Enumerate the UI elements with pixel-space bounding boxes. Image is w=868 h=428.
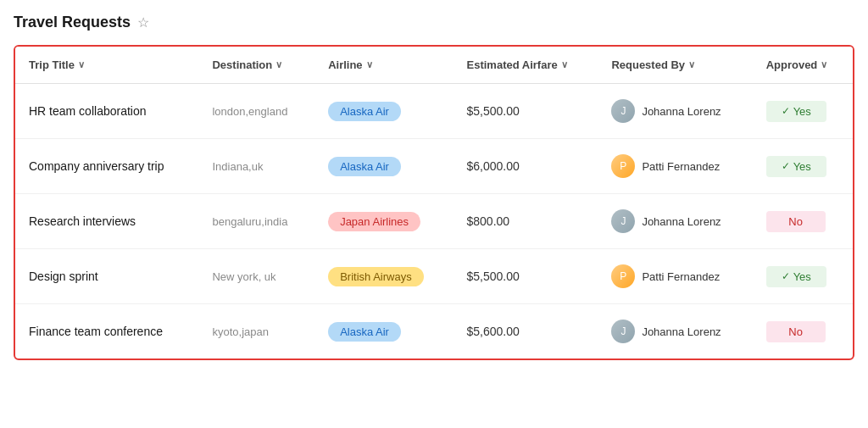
avatar: P (611, 264, 635, 288)
check-icon: ✓ (782, 160, 790, 172)
check-icon: ✓ (782, 105, 790, 117)
chevron-destination-icon: ∨ (275, 59, 282, 70)
approved-badge: No (766, 211, 826, 232)
requester-cell: P Patti Fernandez (611, 264, 738, 288)
table-row: Company anniversary tripIndiana,ukAlaska… (15, 139, 853, 194)
approved-badge: ✓ Yes (766, 101, 826, 122)
airfare-cell: $5,500.00 (467, 104, 520, 118)
requester-cell: J Johanna Lorenz (611, 99, 738, 123)
trip-title-cell: Company anniversary trip (29, 159, 164, 173)
travel-requests-table: Trip Title ∨ Destination ∨ Airline ∨ (14, 45, 854, 360)
requester-name: Johanna Lorenz (642, 215, 721, 228)
trip-title-cell: Research interviews (29, 214, 136, 228)
airline-badge: Alaska Air (328, 322, 401, 342)
chevron-requested-by-icon: ∨ (688, 59, 695, 70)
airfare-cell: $800.00 (467, 214, 510, 228)
avatar: P (611, 154, 635, 178)
star-icon[interactable]: ☆ (137, 14, 149, 31)
col-estimated-airfare[interactable]: Estimated Airfare ∨ (453, 47, 598, 84)
airline-badge: British Airways (328, 267, 424, 286)
avatar: J (611, 320, 635, 343)
table-row: Finance team conferencekyoto,japanAlaska… (15, 304, 853, 359)
requester-name: Johanna Lorenz (642, 105, 721, 118)
approved-badge: ✓ Yes (766, 266, 826, 287)
requester-name: Johanna Lorenz (642, 325, 721, 338)
col-requested-by[interactable]: Requested By ∨ (598, 47, 752, 84)
airfare-cell: $6,000.00 (467, 159, 520, 173)
trip-title-cell: Design sprint (29, 270, 98, 283)
chevron-airfare-icon: ∨ (561, 59, 568, 70)
airfare-cell: $5,500.00 (467, 270, 520, 283)
check-icon: ✓ (782, 270, 790, 282)
airline-badge: Alaska Air (328, 157, 401, 176)
page-header: Travel Requests ☆ (14, 14, 854, 31)
approved-badge: ✓ Yes (766, 156, 826, 177)
destination-cell: Indiana,uk (212, 160, 263, 173)
airline-badge: Alaska Air (328, 102, 401, 121)
col-airline[interactable]: Airline ∨ (314, 47, 453, 84)
requester-cell: J Johanna Lorenz (611, 320, 738, 343)
table-row: Research interviewsbengaluru,indiaJapan … (15, 194, 853, 249)
destination-cell: kyoto,japan (212, 325, 269, 338)
destination-cell: london,england (212, 105, 287, 118)
col-trip-title[interactable]: Trip Title ∨ (15, 47, 198, 84)
destination-cell: bengaluru,india (212, 215, 287, 228)
requester-cell: J Johanna Lorenz (611, 209, 738, 233)
table-row: HR team collaborationlondon,englandAlask… (15, 84, 853, 139)
requester-cell: P Patti Fernandez (611, 154, 738, 178)
col-destination[interactable]: Destination ∨ (198, 47, 314, 84)
trip-title-cell: HR team collaboration (29, 104, 147, 118)
airfare-cell: $5,600.00 (467, 325, 520, 338)
requester-name: Patti Fernandez (642, 160, 720, 173)
avatar: J (611, 99, 635, 123)
trip-title-cell: Finance team conference (29, 325, 163, 338)
chevron-trip-title-icon: ∨ (78, 59, 85, 70)
chevron-airline-icon: ∨ (366, 59, 373, 70)
table-header-row: Trip Title ∨ Destination ∨ Airline ∨ (15, 47, 853, 84)
avatar: J (611, 209, 635, 233)
requester-name: Patti Fernandez (642, 270, 720, 283)
col-approved[interactable]: Approved ∨ (753, 47, 853, 84)
destination-cell: New york, uk (212, 270, 275, 283)
table-row: Design sprintNew york, ukBritish Airways… (15, 249, 853, 304)
chevron-approved-icon: ∨ (821, 59, 827, 70)
airline-badge: Japan Airlines (328, 212, 420, 231)
page-title: Travel Requests (14, 14, 131, 31)
approved-badge: No (766, 321, 826, 342)
